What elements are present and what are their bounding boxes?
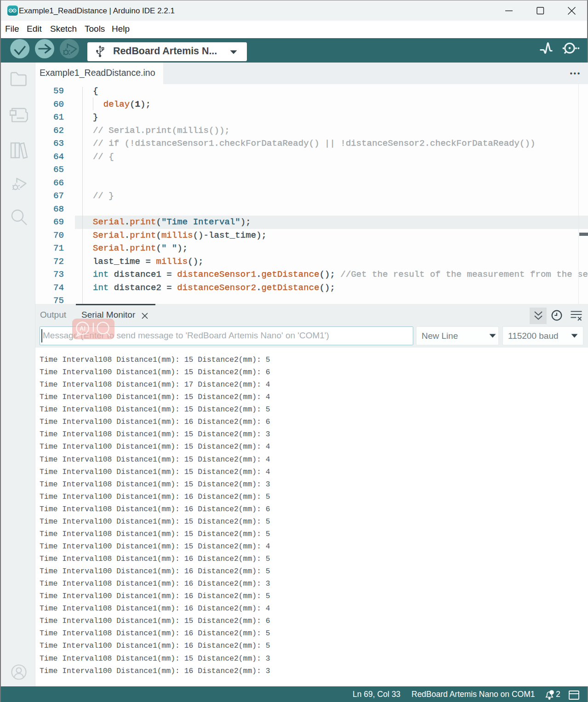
svg-text:AI: AI [80, 325, 86, 332]
